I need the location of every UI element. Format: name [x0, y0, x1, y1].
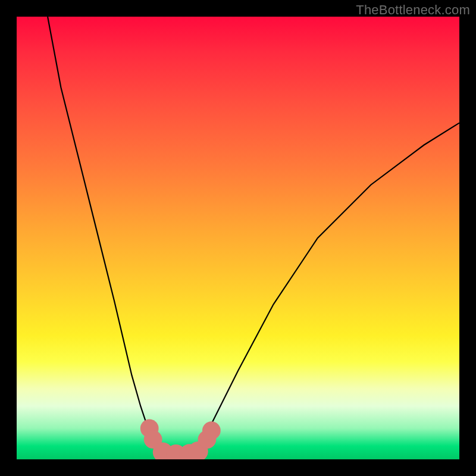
plot-area: [17, 17, 459, 459]
curve-line: [48, 17, 459, 455]
valley-markers: [140, 419, 221, 459]
bottleneck-curve: [48, 17, 459, 455]
valley-marker: [202, 421, 221, 440]
chart-frame: TheBottleneck.com: [0, 0, 476, 476]
watermark-text: TheBottleneck.com: [356, 2, 470, 18]
chart-svg: [17, 17, 459, 459]
